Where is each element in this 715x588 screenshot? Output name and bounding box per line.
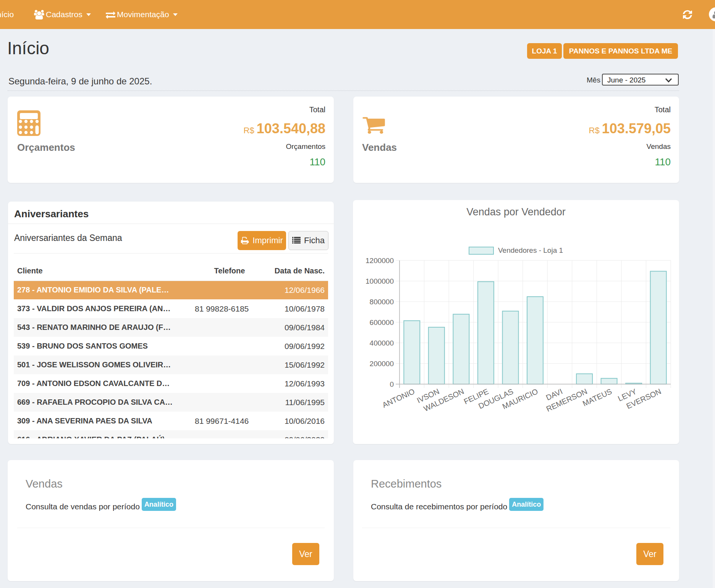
- svg-text:ANTONIO: ANTONIO: [381, 387, 416, 409]
- svg-text:800000: 800000: [370, 298, 394, 306]
- svg-text:600000: 600000: [370, 318, 394, 326]
- svg-text:400000: 400000: [370, 339, 394, 347]
- svg-text:200000: 200000: [370, 360, 394, 368]
- svg-text:Vendedores - Loja 1: Vendedores - Loja 1: [498, 246, 563, 254]
- svg-text:1200000: 1200000: [366, 257, 394, 265]
- svg-text:0: 0: [390, 380, 394, 388]
- svg-text:1000000: 1000000: [366, 277, 394, 285]
- svg-text:Vendas por Vendedor: Vendas por Vendedor: [466, 206, 566, 218]
